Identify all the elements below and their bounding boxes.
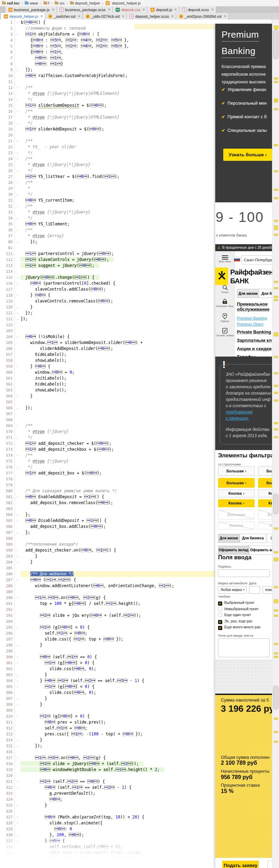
fold-marker-icon[interactable] — [14, 524, 21, 530]
scrollbar-thumb[interactable] — [273, 686, 278, 710]
nav-item-Зарплатным клиентам[interactable]: Зарплатным клиентам — [237, 338, 272, 343]
signature-input[interactable] — [218, 569, 270, 577]
warning-marker[interactable] — [274, 189, 278, 191]
fold-marker-icon[interactable] — [14, 245, 21, 251]
fold-marker-icon[interactable]: ▵ — [14, 642, 21, 648]
fold-marker-icon[interactable] — [14, 73, 21, 79]
fold-marker-icon[interactable] — [14, 808, 21, 814]
fold-marker-icon[interactable] — [14, 174, 21, 180]
fold-marker-icon[interactable] — [14, 571, 21, 577]
fold-marker-icon[interactable] — [14, 221, 21, 227]
fold-marker-icon[interactable] — [14, 257, 21, 263]
close-icon[interactable]: × — [224, 14, 226, 18]
fold-marker-icon[interactable]: ▿ — [14, 180, 21, 186]
scrollbar-thumb[interactable] — [273, 30, 278, 59]
fold-marker-icon[interactable]: ▵ — [14, 737, 21, 743]
raiffeisen-logo[interactable] — [215, 268, 228, 285]
fold-marker-icon[interactable]: ▿ — [14, 684, 21, 690]
fold-marker-icon[interactable]: ▵ — [14, 530, 21, 536]
fold-marker-icon[interactable] — [14, 387, 21, 393]
warning-marker[interactable] — [274, 144, 278, 146]
fold-marker-icon[interactable] — [14, 773, 21, 779]
fold-marker-icon[interactable] — [14, 500, 21, 506]
fold-marker-icon[interactable] — [14, 286, 21, 292]
fold-marker-icon[interactable] — [14, 613, 21, 619]
action-tab-Оформить вклад[interactable]: Оформить вклад — [218, 546, 249, 555]
editor-tab-deposit.js[interactable]: JSdeposit.js× — [148, 6, 179, 13]
fold-marker-icon[interactable] — [14, 856, 21, 862]
fold-marker-icon[interactable] — [14, 636, 21, 642]
warning-marker[interactable] — [274, 741, 278, 743]
warning-marker[interactable] — [274, 281, 278, 283]
scrollbar-thumb[interactable] — [273, 494, 278, 514]
fold-marker-icon[interactable] — [14, 322, 21, 328]
warning-marker[interactable] — [274, 108, 278, 110]
filter-button-Кнопка[interactable]: Кнопка› — [218, 499, 255, 507]
fold-marker-icon[interactable] — [14, 476, 21, 482]
fold-marker-icon[interactable]: ▵ — [14, 192, 21, 197]
fold-marker-icon[interactable] — [14, 708, 21, 713]
warning-marker[interactable] — [274, 652, 278, 654]
editor-tab-business_package.js[interactable]: JSbusiness_package.js× — [6, 6, 57, 13]
fold-marker-icon[interactable]: ▵ — [14, 239, 21, 245]
fold-marker-icon[interactable] — [14, 49, 21, 55]
warning-marker[interactable] — [274, 399, 278, 402]
fold-marker-icon[interactable] — [14, 263, 21, 269]
fold-marker-icon[interactable] — [14, 589, 21, 595]
fold-marker-icon[interactable] — [14, 126, 21, 132]
checked-checkbox-icon[interactable]: ✔ — [218, 620, 222, 624]
warning-marker[interactable] — [274, 586, 278, 588]
fold-marker-icon[interactable]: ▿ — [14, 108, 21, 114]
breadcrumb-item-f[interactable]: f — [44, 1, 49, 5]
fold-marker-icon[interactable] — [14, 731, 21, 737]
rail-item-pin[interactable]: Офисы — [215, 313, 234, 323]
fold-marker-icon[interactable] — [14, 583, 21, 589]
fold-marker-icon[interactable]: ▵ — [14, 832, 21, 838]
fold-marker-icon[interactable]: ▿ — [14, 624, 21, 630]
warning-marker[interactable] — [274, 527, 278, 530]
warning-marker[interactable] — [274, 599, 278, 603]
borrower-requirements-link[interactable]: к заемщику. — [226, 416, 249, 421]
warning-marker[interactable] — [274, 718, 278, 720]
month-select[interactable]: январ — [263, 586, 272, 594]
breadcrumb-item-raif.loc[interactable]: raif.loc — [2, 1, 20, 5]
checkbox-item-Еще много-много раз[interactable]: ✔Еще много-много раз — [218, 625, 261, 630]
fold-marker-icon[interactable] — [14, 103, 21, 108]
warning-marker[interactable] — [274, 296, 278, 298]
warning-marker[interactable] — [274, 615, 278, 617]
rail-item-checklist[interactable]: Онлайн заявка — [215, 328, 234, 337]
fold-marker-icon[interactable] — [14, 619, 21, 624]
fold-marker-icon[interactable]: ▵ — [14, 97, 21, 103]
fold-marker-icon[interactable]: ▵ — [14, 672, 21, 678]
fold-marker-icon[interactable] — [14, 197, 21, 203]
close-icon[interactable]: × — [52, 8, 54, 12]
fold-marker-icon[interactable] — [14, 91, 21, 97]
fold-marker-icon[interactable] — [14, 441, 21, 447]
fold-marker-icon[interactable] — [14, 369, 21, 375]
fold-marker-icon[interactable] — [14, 381, 21, 387]
fold-marker-icon[interactable]: ▵ — [14, 304, 21, 310]
fold-marker-icon[interactable] — [14, 447, 21, 452]
nav-item-Premium Direct[interactable]: Premium Direct — [237, 322, 263, 326]
life-business-tab-Для жизни[interactable]: Для жизни — [218, 534, 240, 543]
fold-marker-icon[interactable] — [14, 767, 21, 773]
fold-marker-icon[interactable] — [14, 482, 21, 488]
fold-marker-icon[interactable] — [14, 796, 21, 802]
warning-marker[interactable] — [274, 332, 278, 336]
editor-tab-deposit.css[interactable]: cssdeposit.css× — [113, 6, 148, 13]
editor-tab-_switcher.xsl[interactable]: x_switcher.xsl× — [45, 13, 83, 20]
fold-marker-icon[interactable] — [14, 79, 21, 85]
fold-marker-icon[interactable] — [14, 470, 21, 476]
warning-marker[interactable] — [274, 356, 278, 358]
warning-marker[interactable] — [274, 643, 278, 645]
fold-marker-icon[interactable] — [14, 298, 21, 304]
fold-marker-icon[interactable] — [14, 565, 21, 571]
warning-marker[interactable] — [274, 81, 278, 83]
fold-marker-icon[interactable]: ▵ — [14, 168, 21, 174]
fold-marker-icon[interactable]: ▿ — [14, 423, 21, 429]
close-icon[interactable]: × — [122, 14, 124, 18]
fold-marker-icon[interactable]: ▵ — [14, 559, 21, 565]
fold-marker-icon[interactable] — [14, 749, 21, 755]
fold-marker-icon[interactable]: ▿ — [14, 577, 21, 583]
fold-marker-icon[interactable]: ▿ — [14, 814, 21, 820]
